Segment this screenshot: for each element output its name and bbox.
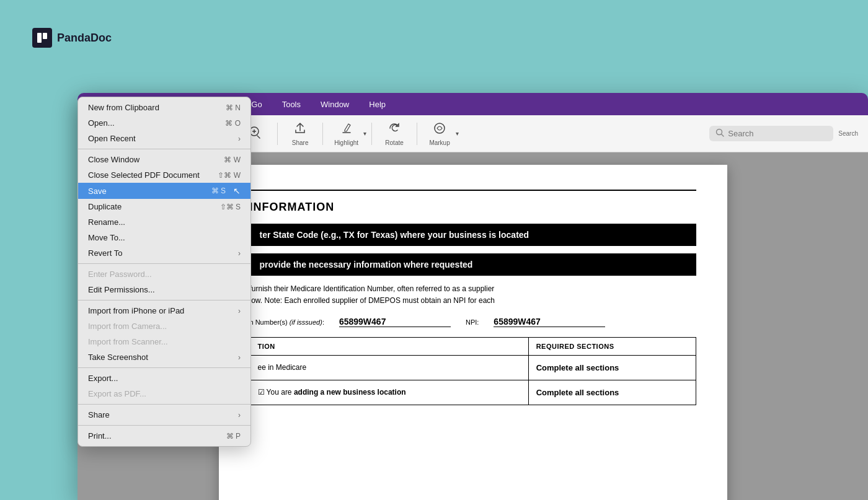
- menu-item-import-camera: Import from Camera...: [78, 318, 250, 334]
- table-row: ee in Medicare Complete all sections: [250, 356, 696, 380]
- menu-item-print-label: Print...: [88, 431, 112, 441]
- menu-item-import-camera-label: Import from Camera...: [88, 322, 167, 331]
- toolbar-divider-2: [277, 123, 278, 145]
- menu-item-open-shortcut: ⌘ O: [225, 119, 241, 128]
- menu-item-export-as-pdf-label: Export as PDF...: [88, 389, 146, 398]
- menu-item-rename[interactable]: Rename...: [78, 214, 250, 230]
- search-label: Search: [838, 130, 858, 137]
- search-field[interactable]: [709, 126, 833, 141]
- menu-item-save-label: Save: [88, 186, 107, 196]
- share-icon: [293, 121, 307, 138]
- table-row: ☑ You are adding a new business location…: [250, 380, 696, 405]
- menu-item-rename-label: Rename...: [88, 217, 125, 227]
- svg-rect-1: [43, 33, 47, 39]
- pandadoc-icon: [32, 28, 52, 48]
- menu-item-share[interactable]: Share ›: [78, 407, 250, 423]
- table-cell-2-2: Complete all sections: [528, 380, 696, 405]
- table-cell-1-1: ee in Medicare: [250, 356, 528, 380]
- table-header-2: REQUIRED SECTIONS: [528, 338, 696, 356]
- menu-item-export[interactable]: Export...: [78, 371, 250, 386]
- menu-item-close-selected-pdf-shortcut: ⇧⌘ W: [218, 171, 241, 180]
- menu-separator-3: [78, 300, 250, 300]
- menu-item-new-from-clipboard[interactable]: New from Clipboard ⌘ N: [78, 100, 250, 115]
- menu-item-duplicate[interactable]: Duplicate ⇧⌘ S: [78, 199, 250, 214]
- menu-item-import-scanner-label: Import from Scanner...: [88, 337, 168, 346]
- menu-item-enter-password: Enter Password...: [78, 266, 250, 282]
- search-icon: [715, 128, 724, 139]
- menu-item-close-window-shortcut: ⌘ W: [224, 156, 241, 164]
- pdf-instruction-bar: provide the necessary information where …: [250, 253, 696, 276]
- menu-separator-6: [78, 425, 250, 426]
- markup-button[interactable]: Markup: [422, 119, 457, 149]
- menu-item-open[interactable]: Open... ⌘ O: [78, 115, 250, 131]
- menu-item-open-recent-label: Open Recent: [88, 134, 136, 143]
- rotate-button[interactable]: Rotate: [377, 119, 412, 149]
- highlight-dropdown-arrow[interactable]: ▾: [363, 130, 366, 137]
- share-button[interactable]: Share: [283, 119, 317, 149]
- pandadoc-text: PandaDoc: [57, 32, 112, 45]
- menu-item-take-screenshot-label: Take Screenshot: [88, 353, 148, 362]
- menu-separator-1: [78, 149, 250, 149]
- menu-item-save[interactable]: Save ⌘ S ↖: [78, 183, 250, 199]
- highlight-button[interactable]: Highlight: [328, 119, 365, 149]
- menu-item-duplicate-shortcut: ⇧⌘ S: [220, 203, 241, 211]
- menu-item-new-from-clipboard-label: New from Clipboard: [88, 103, 159, 112]
- svg-point-15: [435, 123, 445, 133]
- menu-item-open-label: Open...: [88, 118, 115, 128]
- menu-item-export-as-pdf: Export as PDF...: [78, 386, 250, 401]
- menu-item-print-shortcut: ⌘ P: [226, 432, 241, 441]
- file-dropdown-menu: New from Clipboard ⌘ N Open... ⌘ O Open …: [78, 97, 251, 447]
- import-iphone-arrow-icon: ›: [238, 307, 241, 315]
- pdf-field-row: n Number(s) (if isssued): 65899W467 NPI:…: [250, 317, 696, 327]
- svg-rect-0: [37, 33, 42, 43]
- table-cell-1-2: Complete all sections: [528, 356, 696, 380]
- menu-item-duplicate-label: Duplicate: [88, 202, 122, 211]
- pdf-table: TION REQUIRED SECTIONS ee in Medicare Co…: [250, 337, 696, 405]
- svg-line-14: [257, 136, 260, 138]
- cursor-icon: ↖: [233, 186, 241, 196]
- menu-item-save-shortcut: ⌘ S: [211, 186, 226, 195]
- table-cell-2-1: ☑ You are adding a new business location: [250, 380, 528, 405]
- highlight-label: Highlight: [334, 139, 358, 146]
- highlight-icon: [340, 121, 353, 138]
- menu-item-edit-permissions-label: Edit Permissions...: [88, 285, 155, 294]
- menu-item-print[interactable]: Print... ⌘ P: [78, 428, 250, 444]
- menu-item-import-scanner: Import from Scanner...: [78, 334, 250, 349]
- menu-item-edit-permissions[interactable]: Edit Permissions...: [78, 282, 250, 297]
- pdf-top-line: [250, 190, 696, 191]
- take-screenshot-arrow-icon: ›: [238, 353, 241, 362]
- field1-value: 65899W467: [339, 317, 451, 327]
- open-recent-arrow-icon: ›: [238, 134, 241, 143]
- toolbar-divider-3: [322, 123, 323, 145]
- menu-item-share-label: Share: [88, 410, 110, 419]
- share-label: Share: [292, 139, 309, 146]
- menu-help[interactable]: Help: [365, 99, 389, 110]
- menu-item-close-selected-pdf[interactable]: Close Selected PDF Document ⇧⌘ W: [78, 167, 250, 183]
- menu-item-import-iphone-ipad[interactable]: Import from iPhone or iPad ›: [78, 303, 250, 318]
- search-input[interactable]: [728, 129, 815, 138]
- menu-item-close-window[interactable]: Close Window ⌘ W: [78, 152, 250, 167]
- markup-dropdown-arrow[interactable]: ▾: [456, 130, 459, 137]
- share-arrow-icon: ›: [238, 411, 241, 419]
- field2-value: 65899W467: [494, 317, 605, 327]
- rotate-icon: [388, 121, 401, 138]
- menu-item-open-recent[interactable]: Open Recent ›: [78, 131, 250, 146]
- menu-item-export-label: Export...: [88, 374, 118, 383]
- rotate-label: Rotate: [385, 139, 403, 146]
- svg-line-17: [722, 134, 724, 137]
- pdf-document: INFORMATION ter State Code (e.g., TX for…: [219, 165, 727, 500]
- menu-item-move-to-label: Move To...: [88, 233, 125, 242]
- menu-separator-5: [78, 404, 250, 405]
- menu-tools[interactable]: Tools: [278, 99, 304, 110]
- field1-label: n Number(s) (if isssued):: [250, 318, 324, 326]
- pandadoc-logo: PandaDoc: [32, 28, 112, 48]
- menu-separator-2: [78, 263, 250, 264]
- menu-item-enter-password-label: Enter Password...: [88, 270, 152, 279]
- pdf-state-code-bar: ter State Code (e.g., TX for Texas) wher…: [250, 224, 696, 246]
- menu-item-revert-to[interactable]: Revert To ›: [78, 245, 250, 261]
- markup-icon: [433, 121, 446, 138]
- menu-item-move-to[interactable]: Move To...: [78, 230, 250, 245]
- menu-separator-4: [78, 367, 250, 368]
- menu-item-take-screenshot[interactable]: Take Screenshot ›: [78, 349, 250, 365]
- menu-window[interactable]: Window: [317, 99, 353, 110]
